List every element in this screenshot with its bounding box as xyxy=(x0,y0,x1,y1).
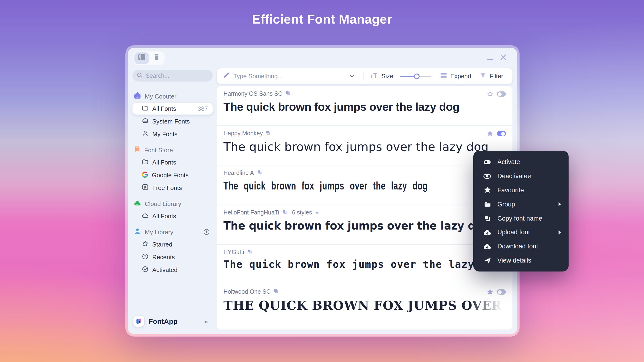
app-window: My Coputer All Fonts 387 System Fonts My… xyxy=(126,45,520,336)
favorite-star-icon[interactable] xyxy=(487,130,493,137)
menu-item-deactivate[interactable]: Deactivatee xyxy=(473,169,568,183)
copy-icon[interactable] xyxy=(285,90,290,97)
type-something-input[interactable] xyxy=(233,72,346,80)
close-icon xyxy=(500,54,506,62)
menu-item-view-details[interactable]: View details xyxy=(473,253,568,268)
copy-icon[interactable] xyxy=(266,130,271,137)
cloud-download-icon xyxy=(483,243,491,250)
styles-count-badge[interactable]: 6 styles xyxy=(292,209,312,216)
paper-plane-icon xyxy=(483,257,491,264)
sidebar-section-cloud-library: Cloud Library xyxy=(132,198,212,209)
compact-view-button[interactable] xyxy=(149,52,164,64)
font-row[interactable]: Holtwood One SC THE QUICK BROWN FOX JUMP… xyxy=(217,284,512,324)
font-preview: The quick brown fox jumps over the lazy … xyxy=(224,140,506,154)
menu-item-group[interactable]: Group xyxy=(473,197,568,212)
folder-icon xyxy=(142,158,148,166)
toolbar-divider xyxy=(364,72,364,80)
svg-text:T: T xyxy=(370,74,373,78)
expand-lines-icon xyxy=(440,72,447,80)
font-row[interactable]: Happy Monkey The quick brown fox jumps o… xyxy=(217,126,512,166)
f-square-icon: F xyxy=(142,184,148,192)
submenu-arrow-icon xyxy=(558,230,562,235)
copy-icon[interactable] xyxy=(257,170,262,176)
font-name: Holtwood One SC xyxy=(224,288,270,295)
cloud-icon xyxy=(134,200,141,208)
google-icon xyxy=(142,171,148,179)
chevron-down-icon[interactable] xyxy=(346,74,357,78)
font-count-badge: 387 xyxy=(198,105,208,112)
folder-icon xyxy=(142,105,148,113)
bookmark-icon xyxy=(134,146,140,154)
font-preview: The quick brown fox jumps over the lazy … xyxy=(224,259,506,270)
menu-item-activate[interactable]: Activate xyxy=(473,155,568,169)
compact-layout-icon xyxy=(153,54,160,62)
copy-icon[interactable] xyxy=(274,288,279,295)
filter-label: Filter xyxy=(490,72,503,80)
type-something-field[interactable] xyxy=(223,72,346,80)
close-button[interactable] xyxy=(496,52,510,64)
copy-icon[interactable] xyxy=(247,249,252,256)
menu-item-copy-font-name[interactable]: Copy font name xyxy=(473,211,568,225)
submenu-arrow-icon xyxy=(558,202,562,207)
toggle-on-icon xyxy=(483,158,491,166)
sidebar-layout-icon xyxy=(138,54,146,62)
pencil-icon xyxy=(223,72,230,80)
sidebar-section-my-library: My Library xyxy=(132,226,212,238)
computer-home-icon xyxy=(134,92,141,100)
font-name: Happy Monkey xyxy=(224,130,263,137)
check-circle-icon xyxy=(142,266,148,274)
copy-icon[interactable] xyxy=(282,209,287,216)
size-label: Size xyxy=(382,72,394,80)
sidebar-item-recents[interactable]: Recents xyxy=(132,251,212,263)
activate-toggle[interactable] xyxy=(497,92,506,97)
size-control: TT Size xyxy=(370,72,432,80)
add-library-button[interactable] xyxy=(203,228,210,235)
favorite-star-icon[interactable] xyxy=(487,289,493,295)
sidebar-item-cloud-all-fonts[interactable]: All Fonts xyxy=(132,210,212,222)
minimize-button[interactable] xyxy=(483,52,496,64)
favorite-star-icon[interactable] xyxy=(487,91,493,97)
main-panel: TT Size Expend xyxy=(217,68,512,330)
sidebar-view-button[interactable] xyxy=(134,52,149,64)
font-row[interactable]: Harmony OS Sans SC The quick brown fox j… xyxy=(217,86,512,126)
folder-filled-icon xyxy=(483,201,491,208)
drive-icon xyxy=(142,117,148,126)
search-box[interactable] xyxy=(132,70,212,82)
sidebar-item-system-fonts[interactable]: System Fonts xyxy=(132,116,212,127)
copy-icon xyxy=(483,215,491,222)
font-row[interactable]: Heardline A The quick brown fox jumps ov… xyxy=(217,166,512,205)
font-preview: The quick brown fox jumps over the lazy … xyxy=(224,180,432,192)
collapse-sidebar-button[interactable]: » xyxy=(204,318,208,325)
app-name: FontApp xyxy=(148,317,178,325)
svg-text:F: F xyxy=(144,186,146,189)
sidebar-item-google-fonts[interactable]: Google Fonts xyxy=(132,169,212,181)
menu-item-upload-font[interactable]: Upload font xyxy=(473,225,568,240)
font-preview: The quick brown fox jumps over the lazy … xyxy=(224,100,506,114)
activate-toggle[interactable] xyxy=(497,290,506,294)
sidebar-item-starred[interactable]: Starred xyxy=(132,238,212,250)
search-input[interactable] xyxy=(146,72,208,79)
sidebar-item-free-fonts[interactable]: F Free Fonts xyxy=(132,182,212,194)
fontapp-logo xyxy=(134,316,144,327)
desktop-background: Efficient Font Manager xyxy=(0,0,644,362)
font-name: HelloFont FangHuaTi xyxy=(224,209,279,216)
toggle-off-icon xyxy=(483,172,491,180)
font-row[interactable]: HYGuLi The quick brown fox jumps over th… xyxy=(217,245,512,284)
expand-label: Expend xyxy=(450,72,471,80)
size-slider-thumb[interactable] xyxy=(414,73,419,79)
font-preview: THE QUICK BROWN FOX JUMPS OVER THE LAZY … xyxy=(224,298,506,312)
sidebar-item-my-fonts[interactable]: My Fonts xyxy=(132,128,212,140)
filter-funnel-icon xyxy=(480,72,486,80)
size-slider[interactable] xyxy=(400,73,432,80)
menu-item-favourite[interactable]: Favourite xyxy=(473,183,568,197)
activate-toggle[interactable] xyxy=(497,131,506,136)
sidebar-item-all-fonts-local[interactable]: All Fonts 387 xyxy=(132,103,212,114)
font-row[interactable]: HelloFont FangHuaTi 6 styles The quick b… xyxy=(217,205,512,245)
toolbar: TT Size Expend xyxy=(217,68,512,84)
expand-button[interactable]: Expend xyxy=(440,72,471,80)
sidebar-item-store-all-fonts[interactable]: All Fonts xyxy=(132,156,212,168)
sidebar-item-activated[interactable]: Activated xyxy=(132,264,212,276)
filter-button[interactable]: Filter xyxy=(480,72,503,80)
styles-caret-icon[interactable] xyxy=(315,209,319,216)
menu-item-download-font[interactable]: Download font xyxy=(473,240,568,254)
